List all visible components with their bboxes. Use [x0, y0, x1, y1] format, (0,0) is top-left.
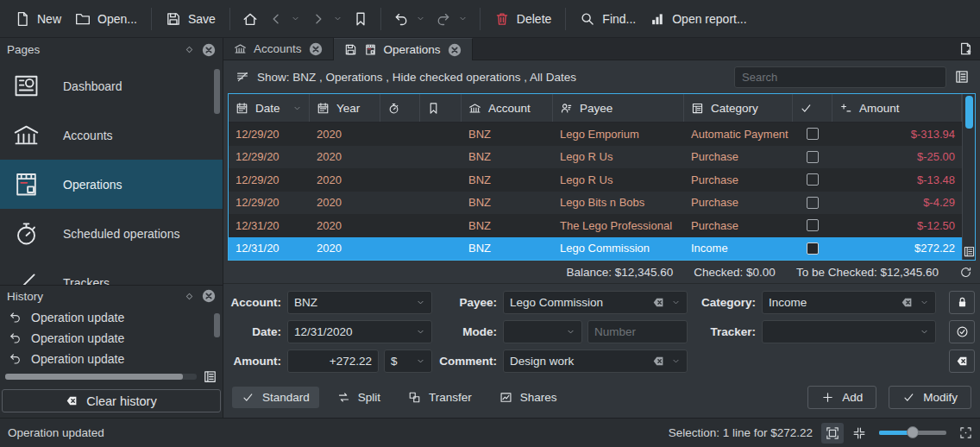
list-config-icon[interactable]	[954, 69, 970, 85]
close-panel-icon[interactable]	[202, 43, 216, 57]
chevron-down-icon[interactable]	[291, 14, 300, 23]
amount-input[interactable]	[294, 355, 372, 368]
history-hscrollbar[interactable]	[5, 374, 197, 380]
validate-button[interactable]	[949, 320, 975, 343]
mode-button-standard[interactable]: Standard	[232, 387, 319, 408]
history-item[interactable]: Operation update	[0, 349, 223, 366]
close-tab-icon[interactable]	[309, 42, 323, 56]
freeze-button[interactable]	[949, 291, 975, 314]
category-combobox[interactable]: Income	[762, 291, 936, 314]
find-button[interactable]: Find...	[574, 6, 642, 32]
comment-combobox[interactable]: Design work	[503, 349, 688, 373]
mode-combobox[interactable]	[503, 320, 582, 343]
search-icon	[580, 11, 595, 27]
redo-button[interactable]	[431, 6, 472, 32]
search-input[interactable]	[734, 66, 946, 88]
history-scrollbar[interactable]	[214, 313, 220, 337]
undo-button[interactable]	[389, 6, 430, 32]
pages-scrollbar[interactable]	[214, 69, 220, 114]
column-header-amount[interactable]: Amount	[832, 94, 962, 122]
date-combobox[interactable]: 12/31/2020	[287, 320, 432, 343]
chevron-down-icon[interactable]	[416, 14, 425, 23]
row-checkbox[interactable]	[807, 173, 819, 186]
table-row[interactable]: 12/29/202020BNZLego R UsPurchase$-25.00	[229, 146, 962, 169]
checked-cell	[793, 146, 832, 169]
column-header-icon[interactable]	[380, 94, 420, 122]
zoom-slider[interactable]	[879, 431, 946, 435]
tab-accounts[interactable]: Accounts	[223, 38, 334, 60]
new-tab-icon[interactable]	[958, 41, 973, 56]
delete-button[interactable]: Delete	[488, 6, 557, 32]
refresh-icon[interactable]	[959, 266, 972, 279]
column-header-icon[interactable]	[793, 94, 832, 122]
clear-backspace-icon[interactable]	[652, 296, 665, 309]
back-button[interactable]	[264, 6, 305, 32]
reset-button[interactable]	[949, 349, 975, 373]
sidebar-item-scheduled-operations[interactable]: Scheduled operations	[0, 209, 223, 258]
zoom-slider-knob[interactable]	[907, 426, 919, 438]
mode-button-split[interactable]: Split	[328, 387, 390, 408]
table-scrollbar[interactable]	[962, 94, 975, 260]
new-button[interactable]: New	[9, 6, 67, 32]
tracker-combobox[interactable]	[762, 320, 936, 343]
column-header-year[interactable]: Year	[310, 94, 380, 122]
float-panel-icon[interactable]	[184, 44, 195, 55]
row-checkbox[interactable]	[807, 242, 819, 255]
home-button[interactable]	[238, 6, 262, 32]
add-button[interactable]: Add	[807, 386, 876, 409]
row-checkbox[interactable]	[807, 197, 819, 209]
account-combobox[interactable]: BNZ	[287, 291, 432, 314]
table-config-icon[interactable]	[963, 245, 976, 258]
sidebar-item-operations[interactable]: Operations	[0, 160, 223, 209]
table-row[interactable]: 12/31/202020BNZLego CommissionIncome$272…	[229, 237, 962, 261]
forward-button[interactable]	[306, 6, 347, 32]
zoom-out-icon[interactable]	[852, 426, 866, 440]
column-header-category[interactable]: Category	[684, 94, 793, 122]
sidebar-item-trackers[interactable]: Trackers	[0, 258, 223, 286]
clear-history-button[interactable]: Clear history	[2, 389, 221, 412]
amount-field[interactable]	[287, 349, 379, 373]
zoom-in-icon[interactable]	[959, 426, 972, 439]
chevron-down-icon	[416, 327, 425, 337]
close-tab-icon[interactable]	[448, 43, 462, 57]
row-checkbox[interactable]	[807, 128, 819, 140]
clear-backspace-icon[interactable]	[652, 355, 665, 368]
open-report-button[interactable]: Open report...	[644, 6, 752, 32]
column-header-date[interactable]: Date	[229, 94, 310, 122]
close-panel-icon[interactable]	[202, 289, 216, 303]
float-panel-icon[interactable]	[184, 291, 195, 302]
table-row[interactable]: 12/29/202020BNZLego R UsPurchase$-13.48	[229, 168, 962, 192]
column-header-icon[interactable]	[420, 94, 462, 122]
clear-backspace-icon[interactable]	[901, 296, 914, 309]
sidebar-item-dashboard[interactable]: Dashboard	[0, 61, 223, 110]
bookmark-button[interactable]	[349, 6, 373, 32]
save-button[interactable]: Save	[160, 6, 222, 32]
history-item[interactable]: Operation update	[0, 328, 223, 349]
tab-operations[interactable]: Operations	[334, 38, 473, 60]
open-button[interactable]: Open...	[69, 6, 143, 32]
mode-button-transfer[interactable]: Transfer	[399, 387, 481, 408]
list-config-icon[interactable]	[203, 369, 217, 384]
chevron-right-icon	[311, 11, 326, 27]
modify-button[interactable]: Modify	[889, 386, 971, 409]
row-checkbox[interactable]	[807, 151, 819, 163]
column-header-account[interactable]: Account	[462, 94, 553, 122]
column-header-payee[interactable]: Payee	[553, 94, 684, 122]
sidebar-item-accounts[interactable]: Accounts	[0, 110, 223, 160]
number-input[interactable]	[594, 325, 681, 338]
table-scrollbar-thumb[interactable]	[965, 96, 973, 129]
payee-combobox[interactable]: Lego Commission	[503, 291, 688, 314]
currency-combobox[interactable]: $	[384, 349, 432, 373]
fit-selection-button[interactable]	[821, 423, 844, 444]
chevron-down-icon[interactable]	[333, 14, 342, 23]
row-checkbox[interactable]	[807, 219, 819, 231]
history-item[interactable]: Operation update	[0, 307, 223, 328]
mode-label: Mode:	[439, 325, 503, 338]
number-field[interactable]	[587, 320, 688, 343]
table-row[interactable]: 12/31/202020BNZThe Lego ProfessionalPurc…	[229, 214, 962, 237]
table-row[interactable]: 12/29/202020BNZLego EmporiumAutomatic Pa…	[229, 123, 962, 146]
chevron-down-icon[interactable]	[458, 14, 468, 23]
table-row[interactable]: 12/29/202020BNZLego Bits n BobsPurchase$…	[229, 192, 962, 215]
mode-button-shares[interactable]: Shares	[490, 387, 567, 408]
save-button-label: Save	[188, 12, 216, 26]
